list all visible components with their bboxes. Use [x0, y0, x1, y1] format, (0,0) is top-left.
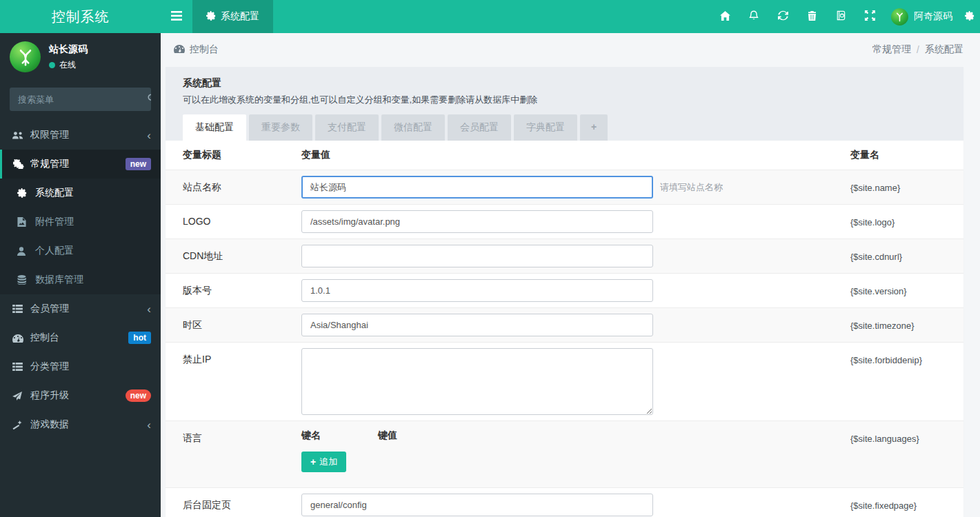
site-timezone-input[interactable] — [301, 314, 653, 336]
notifications-button[interactable] — [739, 0, 768, 33]
sidebar-item-general[interactable]: 常规管理 new — [0, 150, 161, 179]
topbar-tab-system-config[interactable]: 系统配置 — [192, 0, 273, 33]
breadcrumb-parent-link[interactable]: 常规管理 — [872, 43, 911, 56]
table-header: 变量标题 变量值 变量名 — [166, 141, 963, 170]
refresh-button[interactable] — [768, 0, 797, 33]
variable-name: {$site.forbiddenip} — [850, 348, 963, 365]
dashboard-icon — [12, 334, 30, 343]
tab-basic-config[interactable]: 基础配置 — [183, 114, 246, 141]
database-icon — [17, 275, 35, 285]
addon-store-button[interactable] — [826, 0, 855, 33]
breadcrumb-dashboard-link[interactable]: 控制台 — [174, 43, 219, 56]
sidebar-item-database[interactable]: 数据库管理 — [0, 265, 161, 294]
table-row: 时区 {$site.timezone} — [166, 307, 963, 342]
tab-wechat-config[interactable]: 微信配置 — [381, 114, 445, 141]
dashboard-icon — [174, 44, 185, 55]
table-row: 禁止IP {$site.forbiddenip} — [166, 342, 963, 420]
sidebar-user-name: 站长源码 — [49, 43, 88, 56]
sidebar-item-profile[interactable]: 个人配置 — [0, 236, 161, 265]
settings-button[interactable] — [959, 0, 980, 33]
site-forbiddenip-textarea[interactable] — [301, 348, 653, 415]
user-name: 阿奇源码 — [914, 10, 952, 23]
search-icon — [148, 94, 151, 105]
col-header-name: 变量名 — [850, 149, 963, 161]
kv-key-header: 键名 — [301, 429, 378, 442]
site-name-input[interactable] — [301, 176, 653, 199]
add-tab-button[interactable]: + — [580, 114, 608, 141]
table-row: LOGO {$site.logo} — [166, 204, 963, 239]
site-cdnurl-input[interactable] — [301, 245, 653, 267]
sidebar-item-upgrade[interactable]: 程序升级 new — [0, 381, 161, 410]
tab-member-config[interactable]: 会员配置 — [448, 114, 511, 141]
table-row: 语言 键名 键值 + 追加 {$site.languages} — [166, 420, 963, 487]
variable-name: {$site.languages} — [850, 427, 963, 444]
tab-payment-config[interactable]: 支付配置 — [315, 114, 379, 141]
sidebar-avatar — [10, 41, 41, 72]
home-button[interactable] — [710, 0, 739, 33]
breadcrumb-separator: / — [917, 44, 919, 55]
append-button[interactable]: + 追加 — [301, 452, 346, 472]
gear-icon — [206, 11, 216, 23]
chevron-left-icon: ‹ — [147, 130, 151, 141]
file-image-icon — [17, 217, 35, 227]
variable-name: {$site.version} — [850, 279, 963, 296]
site-version-input[interactable] — [301, 279, 653, 302]
breadcrumb-current: 系统配置 — [925, 43, 963, 56]
gear-icon — [965, 11, 974, 23]
variable-name: {$site.name} — [850, 176, 963, 193]
kv-value-header: 键值 — [378, 429, 397, 442]
sidebar-user-status: 在线 — [49, 59, 88, 71]
top-bar: 控制系统 系统配置 — [0, 0, 980, 33]
clear-cache-button[interactable] — [797, 0, 826, 33]
col-header-value: 变量值 — [301, 149, 850, 161]
sidebar-item-dashboard[interactable]: 控制台 hot — [0, 323, 161, 352]
table-row: 后台固定页 {$site.fixedpage} — [166, 487, 963, 517]
menu-search — [10, 88, 151, 111]
bell-icon — [749, 10, 759, 23]
app-title: 控制系统 — [0, 0, 161, 33]
table-row: 版本号 {$site.version} — [166, 273, 963, 307]
config-tabs: 基础配置 重要参数 支付配置 微信配置 会员配置 字典配置 + — [183, 114, 946, 141]
site-logo-input[interactable] — [301, 210, 653, 233]
config-table: 变量标题 变量值 变量名 站点名称 请填写站点名称 {$site.name} L… — [166, 141, 963, 517]
refresh-icon — [778, 10, 788, 23]
table-row: 站点名称 请填写站点名称 {$site.name} — [166, 170, 963, 204]
gear-icon — [17, 188, 35, 198]
magic-wand-icon — [12, 420, 30, 429]
hot-badge: hot — [128, 332, 151, 344]
user-menu[interactable]: 阿奇源码 — [884, 8, 959, 26]
tab-dict-config[interactable]: 字典配置 — [514, 114, 577, 141]
tab-important-params[interactable]: 重要参数 — [249, 114, 312, 141]
site-fixedpage-input[interactable] — [301, 494, 653, 516]
col-header-title: 变量标题 — [183, 149, 301, 161]
plus-icon: + — [310, 457, 316, 467]
cogs-icon — [12, 159, 30, 169]
users-icon — [12, 131, 30, 140]
paper-plane-icon — [12, 392, 30, 401]
fullscreen-button[interactable] — [855, 0, 884, 33]
sidebar-item-categories[interactable]: 分类管理 — [0, 352, 161, 381]
variable-name: {$site.timezone} — [850, 314, 963, 331]
sidebar-item-members[interactable]: 会员管理 ‹ — [0, 294, 161, 323]
sidebar-item-attachments[interactable]: 附件管理 — [0, 207, 161, 236]
main-content: 控制台 常规管理 / 系统配置 系统配置 可以在此增改系统的变量和分组,也可以自… — [161, 33, 980, 517]
panel-header: 系统配置 可以在此增改系统的变量和分组,也可以自定义分组和变量,如果需要删除请从… — [166, 67, 963, 141]
menu-search-button[interactable] — [148, 88, 151, 111]
th-list-icon — [12, 305, 30, 313]
sidebar-toggle-button[interactable] — [161, 0, 192, 33]
menu-search-input[interactable] — [10, 88, 148, 111]
fullscreen-icon — [865, 10, 875, 23]
sidebar-user-panel: 站长源码 在线 — [0, 33, 161, 81]
page-title: 系统配置 — [183, 77, 946, 90]
new-badge: new — [126, 158, 151, 170]
sidebar-item-game-data[interactable]: 游戏数据 ‹ — [0, 410, 161, 439]
variable-name: {$site.cdnurl} — [850, 245, 963, 262]
sidebar-item-system-config[interactable]: 系统配置 — [0, 179, 161, 207]
sidebar-item-permission[interactable]: 权限管理 ‹ — [0, 121, 161, 150]
chevron-left-icon: ‹ — [147, 303, 151, 315]
online-dot — [49, 62, 55, 68]
chevron-left-icon: ‹ — [147, 419, 151, 431]
hamburger-icon — [171, 11, 182, 23]
list-icon — [12, 363, 30, 371]
site-name-helper: 请填写站点名称 — [660, 181, 723, 194]
